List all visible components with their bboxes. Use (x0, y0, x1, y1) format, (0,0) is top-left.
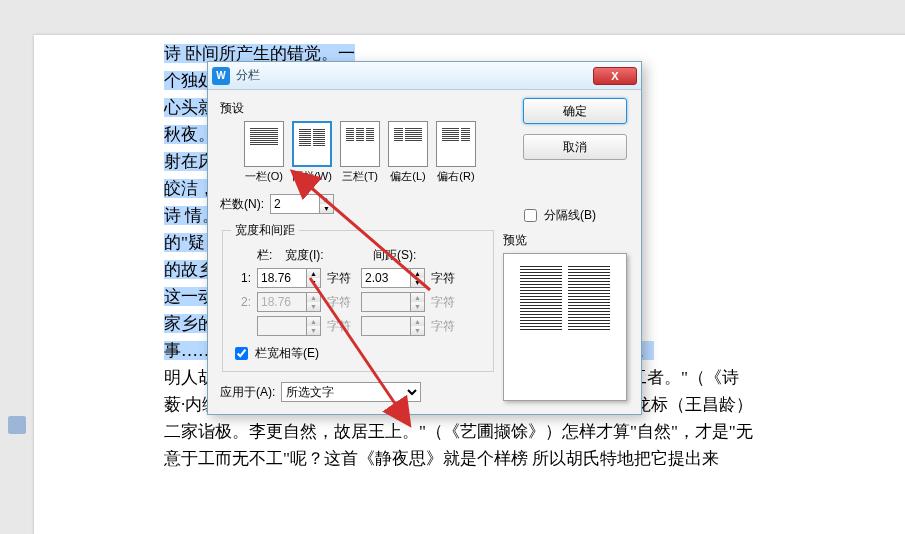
row1-spacing-input[interactable] (362, 269, 410, 287)
preset-three-columns[interactable] (340, 121, 380, 167)
divider-checkbox[interactable]: 分隔线(B) (520, 206, 596, 225)
row2-spacing-input (362, 293, 410, 311)
preset-label-left: 偏左(L) (388, 169, 428, 184)
row2-width-unit: 字符 (327, 294, 355, 311)
preset-two-columns[interactable] (292, 121, 332, 167)
width-header: 宽度(I): (285, 247, 365, 264)
dialog-title: 分栏 (236, 67, 260, 84)
row2-width-input (258, 293, 306, 311)
columns-dialog: W 分栏 X 确定 取消 预设 一 (207, 61, 642, 415)
ok-button[interactable]: 确定 (523, 98, 627, 124)
spacing-header: 间距(S): (373, 247, 416, 264)
row1-idx: 1: (231, 271, 251, 285)
document-margin-icon (8, 416, 26, 434)
apply-to-label: 应用于(A): (220, 384, 275, 401)
width-spacing-legend: 宽度和间距 (231, 222, 299, 239)
preset-right-column[interactable] (436, 121, 476, 167)
row1-width-input[interactable] (258, 269, 306, 287)
row3-spacing-unit: 字符 (431, 318, 459, 335)
row3-width-spinner: ▲▼ (257, 316, 321, 336)
row2-spacing-unit: 字符 (431, 294, 459, 311)
app-icon: W (212, 67, 230, 85)
preset-label-right: 偏右(R) (436, 169, 476, 184)
spin-down-icon[interactable]: ▼ (319, 204, 333, 213)
equal-width-check-input[interactable] (235, 347, 248, 360)
row1-spacing-spinner[interactable]: ▲▼ (361, 268, 425, 288)
row2-width-spinner: ▲▼ (257, 292, 321, 312)
row1-spacing-unit: 字符 (431, 270, 459, 287)
preview-label: 预览 (503, 232, 627, 249)
preset-label-two: 两栏(W) (292, 169, 332, 184)
preset-label-three: 三栏(T) (340, 169, 380, 184)
col-header: 栏: (257, 247, 277, 264)
row1-width-unit: 字符 (327, 270, 355, 287)
spin-up-icon[interactable]: ▲ (319, 195, 333, 204)
col-count-spinner[interactable]: ▲▼ (270, 194, 334, 214)
row3-spacing-spinner: ▲▼ (361, 316, 425, 336)
row2-idx: 2: (231, 295, 251, 309)
text-line[interactable]: 二家诣极。李更自然，故居王上。"（《艺圃撷馀》）怎样才算"自然"，才是"无 (164, 422, 753, 441)
row3-width-unit: 字符 (327, 318, 355, 335)
equal-width-label: 栏宽相等(E) (255, 345, 319, 362)
close-button[interactable]: X (593, 67, 637, 85)
row2-spacing-spinner: ▲▼ (361, 292, 425, 312)
cancel-button[interactable]: 取消 (523, 134, 627, 160)
col-count-label: 栏数(N): (220, 196, 264, 213)
text-line[interactable]: 意于工而无不工"呢？这首《静夜思》就是个样榜 所以胡氏特地把它提出来 (164, 449, 719, 468)
preset-label-one: 一栏(O) (244, 169, 284, 184)
dialog-titlebar[interactable]: W 分栏 X (208, 62, 641, 90)
preset-left-column[interactable] (388, 121, 428, 167)
col-count-input[interactable] (271, 195, 319, 213)
preview-frame (503, 253, 627, 401)
divider-label: 分隔线(B) (544, 207, 596, 224)
apply-to-select[interactable]: 所选文字 (281, 382, 421, 402)
equal-width-checkbox[interactable]: 栏宽相等(E) (231, 344, 485, 363)
preset-one-column[interactable] (244, 121, 284, 167)
divider-check-input[interactable] (524, 209, 537, 222)
row1-width-spinner[interactable]: ▲▼ (257, 268, 321, 288)
